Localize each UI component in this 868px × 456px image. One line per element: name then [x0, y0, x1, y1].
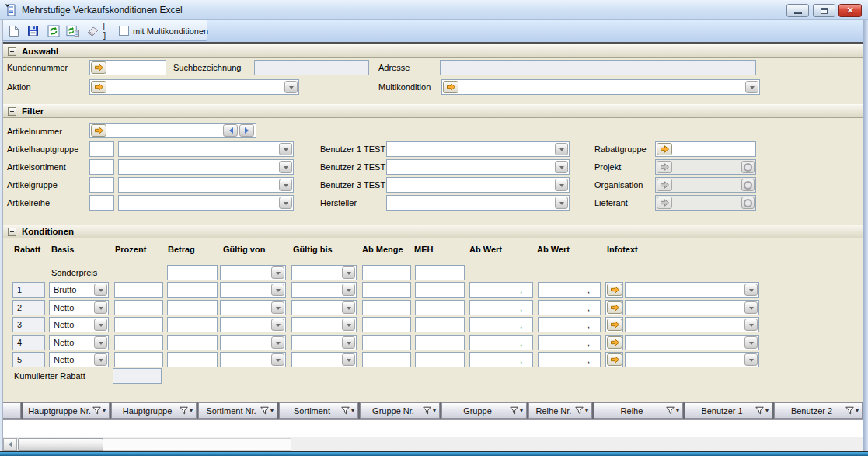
filter-funnel-icon[interactable]: [423, 406, 431, 415]
rabattgruppe-lookup-button[interactable]: [657, 143, 672, 155]
ab-wert-2-input[interactable]: [538, 335, 601, 350]
gueltig-bis-combobox[interactable]: [291, 300, 357, 315]
artikelsortiment-dropdown-icon[interactable]: [279, 161, 292, 173]
sonderpreis-meh-input[interactable]: [415, 265, 465, 280]
filter-funnel-icon[interactable]: [92, 406, 101, 415]
ab-wert-2-input[interactable]: [538, 300, 601, 315]
benutzer2-dropdown-icon[interactable]: [555, 161, 568, 173]
artikelnummer-input[interactable]: [109, 124, 221, 137]
infotext-combobox[interactable]: [625, 317, 759, 332]
infotext-lookup-button[interactable]: [607, 319, 622, 331]
ab-menge-input[interactable]: [362, 300, 411, 315]
basis-dropdown-icon[interactable]: [94, 336, 107, 349]
infotext-lookup-button[interactable]: [607, 353, 622, 366]
grid-column-header-benutzer-2[interactable]: Benutzer 2▾: [774, 402, 863, 419]
gueltig-von-dropdown-icon[interactable]: [271, 319, 284, 331]
basis-dropdown-icon[interactable]: [94, 284, 107, 296]
ab-wert-2-input[interactable]: [538, 352, 601, 367]
scrollbar-left-icon[interactable]: [3, 438, 17, 451]
infotext-lookup-button[interactable]: [607, 336, 622, 349]
benutzer3-combobox[interactable]: [386, 177, 570, 193]
grid-column-header-sortiment[interactable]: Sortiment▾: [279, 402, 358, 419]
infotext-combobox[interactable]: [625, 300, 759, 315]
meh-input[interactable]: [415, 282, 465, 298]
gueltig-bis-dropdown-icon[interactable]: [342, 319, 355, 331]
gueltig-bis-dropdown-icon[interactable]: [342, 353, 355, 366]
multikondition-lookup-button[interactable]: [443, 81, 458, 93]
ab-menge-input[interactable]: [362, 352, 411, 367]
prozent-input[interactable]: [114, 335, 163, 350]
ab-wert-1-input[interactable]: [469, 352, 533, 367]
gueltig-von-combobox[interactable]: [220, 282, 286, 298]
gueltig-bis-combobox[interactable]: [291, 317, 357, 332]
sonderpreis-ab-menge-input[interactable]: [362, 265, 411, 280]
artikelreihe-nr-input[interactable]: [89, 195, 114, 211]
artikelhauptgruppe-dropdown-icon[interactable]: [279, 143, 292, 155]
gueltig-von-combobox[interactable]: [220, 317, 286, 332]
minimize-button[interactable]: [786, 4, 809, 17]
basis-combobox[interactable]: Netto: [49, 352, 109, 367]
infotext-dropdown-icon[interactable]: [744, 301, 758, 314]
grid-column-header-reihe-nr-[interactable]: Reihe Nr.▾: [528, 402, 592, 419]
adresse-input[interactable]: [440, 60, 756, 75]
filter-funnel-icon[interactable]: [666, 406, 675, 415]
gueltig-von-dropdown-icon[interactable]: [271, 353, 284, 366]
new-document-icon[interactable]: [7, 24, 20, 37]
kundennummer-lookup-button[interactable]: [91, 61, 106, 74]
artikelgruppe-combobox[interactable]: [118, 177, 294, 193]
ab-wert-1-input[interactable]: [469, 300, 533, 315]
benutzer1-dropdown-icon[interactable]: [555, 143, 568, 155]
ab-wert-1-input[interactable]: [469, 335, 533, 350]
column-dropdown-icon[interactable]: ▾: [190, 407, 193, 414]
infotext-dropdown-icon[interactable]: [744, 336, 758, 349]
filter-funnel-icon[interactable]: [845, 406, 854, 415]
prozent-input[interactable]: [114, 317, 163, 332]
filter-funnel-icon[interactable]: [260, 406, 269, 415]
column-dropdown-icon[interactable]: ▾: [520, 407, 523, 414]
basis-combobox[interactable]: Brutto: [49, 282, 109, 298]
infotext-combobox[interactable]: [625, 282, 759, 298]
grid-column-header-reihe[interactable]: Reihe▾: [594, 402, 683, 419]
aktion-combobox[interactable]: [89, 79, 299, 95]
grid-column-header-gruppe[interactable]: Gruppe▾: [441, 402, 527, 419]
prozent-input[interactable]: [114, 300, 163, 315]
infotext-combobox[interactable]: [625, 352, 759, 367]
basis-dropdown-icon[interactable]: [94, 319, 107, 331]
maximize-button[interactable]: [813, 4, 835, 17]
filter-funnel-icon[interactable]: [575, 406, 584, 415]
basis-combobox[interactable]: Netto: [49, 300, 109, 315]
gueltig-von-dropdown-icon[interactable]: [271, 284, 284, 296]
betrag-input[interactable]: [167, 317, 218, 332]
collapse-konditionen-icon[interactable]: [8, 228, 16, 236]
gueltig-bis-combobox[interactable]: [291, 282, 357, 298]
grid-column-header-gruppe-nr-[interactable]: Gruppe Nr.▾: [360, 402, 440, 419]
collapse-filter-icon[interactable]: [8, 107, 16, 116]
sonderpreis-gueltig-von-combobox[interactable]: [220, 265, 286, 280]
betrag-input[interactable]: [167, 352, 218, 367]
betrag-input[interactable]: [167, 335, 218, 350]
ab-menge-input[interactable]: [362, 335, 411, 350]
filter-funnel-icon[interactable]: [341, 406, 350, 415]
multikonditionen-checkbox[interactable]: [119, 26, 129, 36]
benutzer1-combobox[interactable]: [386, 141, 570, 157]
grid-column-header-sortiment-nr-[interactable]: Sortiment Nr.▾: [198, 402, 277, 419]
prozent-input[interactable]: [114, 282, 163, 298]
infotext-lookup-button[interactable]: [607, 284, 622, 296]
scrollbar-thumb[interactable]: [18, 438, 103, 451]
column-dropdown-icon[interactable]: ▾: [676, 407, 679, 414]
ab-menge-input[interactable]: [362, 282, 411, 298]
basis-combobox[interactable]: Netto: [49, 317, 109, 332]
eraser-icon[interactable]: [86, 24, 99, 37]
gueltig-von-combobox[interactable]: [220, 300, 286, 315]
gueltig-bis-dropdown-icon[interactable]: [342, 284, 355, 296]
kundennummer-input[interactable]: [109, 61, 164, 74]
gueltig-bis-dropdown-icon[interactable]: [342, 336, 355, 349]
basis-dropdown-icon[interactable]: [94, 353, 107, 366]
filter-funnel-icon[interactable]: [180, 406, 188, 415]
betrag-input[interactable]: [167, 282, 218, 298]
aktion-lookup-button[interactable]: [91, 81, 106, 93]
artikelgruppe-nr-input[interactable]: [89, 177, 114, 193]
ab-wert-2-input[interactable]: [538, 317, 601, 332]
brackets-icon[interactable]: [ ]: [102, 24, 116, 37]
prozent-input[interactable]: [114, 352, 163, 367]
